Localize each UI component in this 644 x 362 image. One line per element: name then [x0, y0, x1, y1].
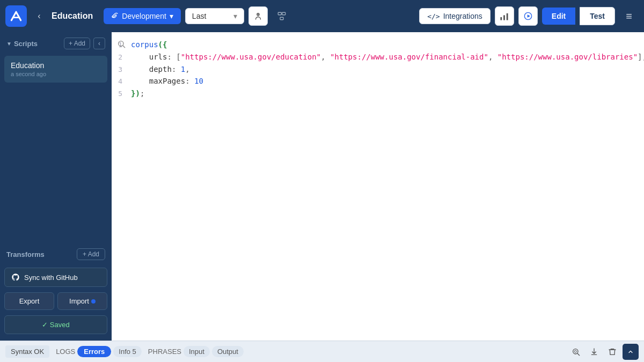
script-item-education[interactable]: Education a second ago — [4, 56, 107, 83]
svg-rect-7 — [507, 13, 508, 20]
svg-rect-3 — [282, 12, 286, 15]
code-line-2: 2 urls: ["https://www.usa.gov/education"… — [112, 51, 644, 63]
share-icon — [277, 11, 287, 21]
output-badge[interactable]: Output — [212, 346, 244, 357]
back-button[interactable]: ‹ — [31, 8, 47, 24]
code-editor[interactable]: 1 corpus({ 2 urls: ["https://www.usa.gov… — [112, 32, 644, 341]
syntax-ok-badge: Syntax OK — [5, 345, 49, 358]
top-nav: ‹ Education Development ▾ Last ▾ </> Int… — [0, 0, 644, 32]
main-area: ▼ Scripts + Add ‹ Education a second ago… — [0, 32, 644, 341]
github-icon — [11, 273, 20, 282]
logo-icon — [9, 9, 23, 23]
scripts-add-button[interactable]: + Add — [64, 38, 90, 49]
svg-rect-6 — [503, 15, 505, 20]
edit-button[interactable]: Edit — [542, 8, 575, 25]
version-select[interactable]: Last ▾ — [185, 8, 244, 24]
code-line-4: 4 maxPages: 10 — [112, 75, 644, 87]
puppet-icon-button[interactable] — [248, 6, 268, 26]
transforms-header: Transforms + Add — [0, 243, 112, 265]
chevron-up-icon — [627, 349, 634, 355]
transforms-label: Transforms — [6, 250, 74, 258]
test-button[interactable]: Test — [580, 7, 615, 25]
logs-label: LOGS — [56, 348, 75, 356]
environment-button[interactable]: Development ▾ — [104, 8, 181, 24]
phrases-label: PHRASES — [148, 348, 181, 356]
analytics-button[interactable] — [495, 6, 514, 26]
export-import-row: Export Import — [4, 292, 107, 310]
share-icon-button[interactable] — [272, 6, 291, 26]
svg-point-14 — [574, 350, 576, 352]
scroll-up-button[interactable] — [623, 344, 639, 360]
search-icon[interactable] — [117, 40, 126, 50]
puppet-icon — [253, 11, 263, 21]
caret-down-icon: ▼ — [6, 41, 12, 47]
code-icon: </> — [427, 12, 440, 20]
play-icon — [524, 12, 532, 20]
code-line-3: 3 depth: 1, — [112, 63, 644, 76]
version-chevron: ▾ — [233, 12, 237, 20]
scripts-label: ▼ Scripts — [6, 40, 61, 48]
trash-icon — [608, 348, 617, 356]
bottom-bar: Syntax OK LOGS Errors Info 5 PHRASES Inp… — [0, 341, 644, 362]
sync-github-button[interactable]: Sync with GitHub — [4, 268, 107, 287]
sidebar: ▼ Scripts + Add ‹ Education a second ago… — [0, 32, 112, 341]
import-badge — [91, 299, 96, 304]
info-badge[interactable]: Info 5 — [113, 346, 142, 357]
errors-badge[interactable]: Errors — [77, 346, 111, 357]
script-time: a second ago — [11, 71, 101, 77]
integrations-button[interactable]: </> Integrations — [419, 8, 491, 24]
project-name: Education — [52, 11, 93, 21]
svg-rect-4 — [280, 17, 283, 20]
trash-button[interactable] — [604, 344, 620, 360]
download-button[interactable] — [586, 344, 602, 360]
sidebar-collapse-button[interactable]: ‹ — [93, 38, 105, 49]
saved-button[interactable]: ✓ Saved — [4, 315, 107, 334]
logo — [5, 5, 27, 27]
play-button[interactable] — [518, 6, 538, 26]
code-line-1: 1 corpus({ — [112, 39, 644, 51]
svg-line-11 — [123, 46, 125, 48]
export-button[interactable]: Export — [4, 292, 54, 310]
download-icon — [590, 348, 598, 356]
transforms-add-button[interactable]: + Add — [77, 248, 105, 260]
wrench-icon — [111, 12, 119, 20]
menu-button[interactable]: ≡ — [619, 6, 639, 26]
import-button[interactable]: Import — [57, 292, 107, 310]
editor-container: 1 corpus({ 2 urls: ["https://www.usa.gov… — [112, 32, 644, 341]
code-line-5: 5 }); — [112, 87, 644, 100]
search-bottom-button[interactable] — [568, 344, 584, 360]
svg-point-1 — [258, 14, 259, 15]
svg-line-13 — [577, 353, 580, 356]
svg-marker-9 — [527, 14, 530, 17]
svg-rect-2 — [278, 12, 281, 15]
scripts-header: ▼ Scripts + Add ‹ — [0, 32, 112, 55]
chart-icon — [500, 12, 509, 21]
svg-rect-5 — [501, 17, 502, 20]
input-badge[interactable]: Input — [184, 346, 210, 357]
search-bottom-icon — [572, 348, 580, 356]
script-name: Education — [11, 61, 101, 70]
